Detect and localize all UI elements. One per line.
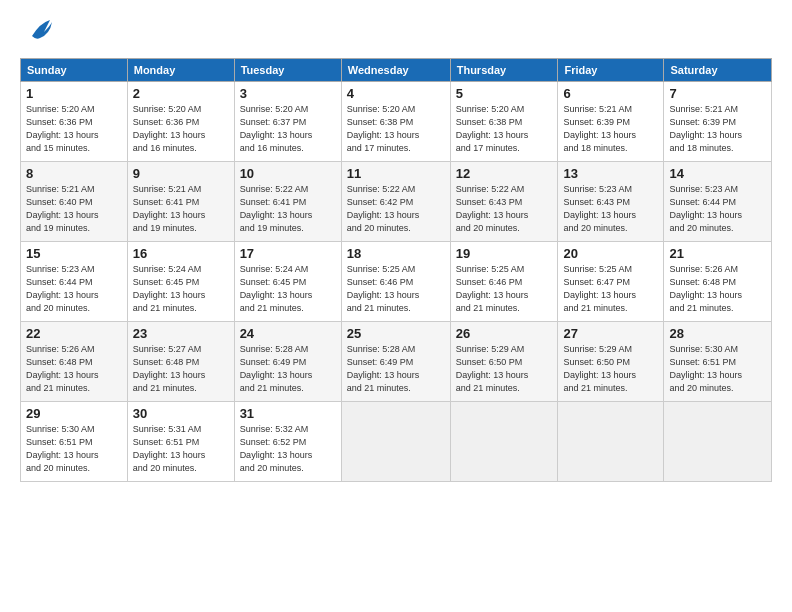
calendar-day: 7Sunrise: 5:21 AM Sunset: 6:39 PM Daylig… xyxy=(664,82,772,162)
day-info: Sunrise: 5:21 AM Sunset: 6:40 PM Dayligh… xyxy=(26,183,122,235)
logo-bird-icon xyxy=(22,18,52,44)
day-number: 6 xyxy=(563,86,658,101)
calendar-day: 13Sunrise: 5:23 AM Sunset: 6:43 PM Dayli… xyxy=(558,162,664,242)
calendar-day: 11Sunrise: 5:22 AM Sunset: 6:42 PM Dayli… xyxy=(341,162,450,242)
calendar-day xyxy=(450,402,558,482)
calendar-week-1: 1Sunrise: 5:20 AM Sunset: 6:36 PM Daylig… xyxy=(21,82,772,162)
day-info: Sunrise: 5:23 AM Sunset: 6:44 PM Dayligh… xyxy=(669,183,766,235)
day-info: Sunrise: 5:23 AM Sunset: 6:43 PM Dayligh… xyxy=(563,183,658,235)
day-info: Sunrise: 5:30 AM Sunset: 6:51 PM Dayligh… xyxy=(26,423,122,475)
calendar-table: SundayMondayTuesdayWednesdayThursdayFrid… xyxy=(20,58,772,482)
day-number: 2 xyxy=(133,86,229,101)
calendar-day: 1Sunrise: 5:20 AM Sunset: 6:36 PM Daylig… xyxy=(21,82,128,162)
day-number: 4 xyxy=(347,86,445,101)
weekday-header-saturday: Saturday xyxy=(664,59,772,82)
calendar-day: 18Sunrise: 5:25 AM Sunset: 6:46 PM Dayli… xyxy=(341,242,450,322)
calendar-day: 31Sunrise: 5:32 AM Sunset: 6:52 PM Dayli… xyxy=(234,402,341,482)
calendar-day: 4Sunrise: 5:20 AM Sunset: 6:38 PM Daylig… xyxy=(341,82,450,162)
day-info: Sunrise: 5:20 AM Sunset: 6:38 PM Dayligh… xyxy=(347,103,445,155)
weekday-header-wednesday: Wednesday xyxy=(341,59,450,82)
calendar-day: 28Sunrise: 5:30 AM Sunset: 6:51 PM Dayli… xyxy=(664,322,772,402)
calendar-day xyxy=(341,402,450,482)
logo xyxy=(20,18,52,44)
calendar-day: 6Sunrise: 5:21 AM Sunset: 6:39 PM Daylig… xyxy=(558,82,664,162)
day-info: Sunrise: 5:23 AM Sunset: 6:44 PM Dayligh… xyxy=(26,263,122,315)
calendar-day: 26Sunrise: 5:29 AM Sunset: 6:50 PM Dayli… xyxy=(450,322,558,402)
day-number: 19 xyxy=(456,246,553,261)
day-info: Sunrise: 5:28 AM Sunset: 6:49 PM Dayligh… xyxy=(240,343,336,395)
day-number: 14 xyxy=(669,166,766,181)
day-number: 10 xyxy=(240,166,336,181)
day-info: Sunrise: 5:20 AM Sunset: 6:36 PM Dayligh… xyxy=(26,103,122,155)
calendar-day xyxy=(558,402,664,482)
calendar-day: 14Sunrise: 5:23 AM Sunset: 6:44 PM Dayli… xyxy=(664,162,772,242)
day-number: 24 xyxy=(240,326,336,341)
day-number: 1 xyxy=(26,86,122,101)
day-info: Sunrise: 5:20 AM Sunset: 6:37 PM Dayligh… xyxy=(240,103,336,155)
day-number: 25 xyxy=(347,326,445,341)
day-info: Sunrise: 5:22 AM Sunset: 6:43 PM Dayligh… xyxy=(456,183,553,235)
day-number: 22 xyxy=(26,326,122,341)
calendar-day: 23Sunrise: 5:27 AM Sunset: 6:48 PM Dayli… xyxy=(127,322,234,402)
page: SundayMondayTuesdayWednesdayThursdayFrid… xyxy=(0,0,792,492)
day-number: 30 xyxy=(133,406,229,421)
calendar-day: 17Sunrise: 5:24 AM Sunset: 6:45 PM Dayli… xyxy=(234,242,341,322)
day-info: Sunrise: 5:21 AM Sunset: 6:39 PM Dayligh… xyxy=(563,103,658,155)
day-info: Sunrise: 5:20 AM Sunset: 6:38 PM Dayligh… xyxy=(456,103,553,155)
day-info: Sunrise: 5:26 AM Sunset: 6:48 PM Dayligh… xyxy=(669,263,766,315)
day-info: Sunrise: 5:32 AM Sunset: 6:52 PM Dayligh… xyxy=(240,423,336,475)
day-number: 28 xyxy=(669,326,766,341)
calendar-day: 24Sunrise: 5:28 AM Sunset: 6:49 PM Dayli… xyxy=(234,322,341,402)
day-number: 16 xyxy=(133,246,229,261)
day-number: 11 xyxy=(347,166,445,181)
calendar-day: 5Sunrise: 5:20 AM Sunset: 6:38 PM Daylig… xyxy=(450,82,558,162)
day-number: 21 xyxy=(669,246,766,261)
day-info: Sunrise: 5:24 AM Sunset: 6:45 PM Dayligh… xyxy=(240,263,336,315)
day-number: 17 xyxy=(240,246,336,261)
day-number: 18 xyxy=(347,246,445,261)
calendar-day: 15Sunrise: 5:23 AM Sunset: 6:44 PM Dayli… xyxy=(21,242,128,322)
day-info: Sunrise: 5:30 AM Sunset: 6:51 PM Dayligh… xyxy=(669,343,766,395)
day-number: 20 xyxy=(563,246,658,261)
day-info: Sunrise: 5:22 AM Sunset: 6:41 PM Dayligh… xyxy=(240,183,336,235)
calendar-week-2: 8Sunrise: 5:21 AM Sunset: 6:40 PM Daylig… xyxy=(21,162,772,242)
day-info: Sunrise: 5:20 AM Sunset: 6:36 PM Dayligh… xyxy=(133,103,229,155)
day-info: Sunrise: 5:27 AM Sunset: 6:48 PM Dayligh… xyxy=(133,343,229,395)
day-number: 31 xyxy=(240,406,336,421)
day-info: Sunrise: 5:21 AM Sunset: 6:39 PM Dayligh… xyxy=(669,103,766,155)
day-number: 12 xyxy=(456,166,553,181)
calendar-week-3: 15Sunrise: 5:23 AM Sunset: 6:44 PM Dayli… xyxy=(21,242,772,322)
day-info: Sunrise: 5:29 AM Sunset: 6:50 PM Dayligh… xyxy=(563,343,658,395)
calendar-day: 25Sunrise: 5:28 AM Sunset: 6:49 PM Dayli… xyxy=(341,322,450,402)
weekday-header-monday: Monday xyxy=(127,59,234,82)
day-number: 7 xyxy=(669,86,766,101)
calendar-day: 22Sunrise: 5:26 AM Sunset: 6:48 PM Dayli… xyxy=(21,322,128,402)
calendar-day: 3Sunrise: 5:20 AM Sunset: 6:37 PM Daylig… xyxy=(234,82,341,162)
calendar-day: 16Sunrise: 5:24 AM Sunset: 6:45 PM Dayli… xyxy=(127,242,234,322)
day-info: Sunrise: 5:24 AM Sunset: 6:45 PM Dayligh… xyxy=(133,263,229,315)
calendar-week-5: 29Sunrise: 5:30 AM Sunset: 6:51 PM Dayli… xyxy=(21,402,772,482)
day-info: Sunrise: 5:25 AM Sunset: 6:46 PM Dayligh… xyxy=(347,263,445,315)
calendar-day: 27Sunrise: 5:29 AM Sunset: 6:50 PM Dayli… xyxy=(558,322,664,402)
calendar-day: 12Sunrise: 5:22 AM Sunset: 6:43 PM Dayli… xyxy=(450,162,558,242)
weekday-header-tuesday: Tuesday xyxy=(234,59,341,82)
calendar-day: 2Sunrise: 5:20 AM Sunset: 6:36 PM Daylig… xyxy=(127,82,234,162)
calendar-day: 21Sunrise: 5:26 AM Sunset: 6:48 PM Dayli… xyxy=(664,242,772,322)
weekday-header-sunday: Sunday xyxy=(21,59,128,82)
day-info: Sunrise: 5:28 AM Sunset: 6:49 PM Dayligh… xyxy=(347,343,445,395)
day-number: 9 xyxy=(133,166,229,181)
weekday-header-row: SundayMondayTuesdayWednesdayThursdayFrid… xyxy=(21,59,772,82)
calendar-day: 29Sunrise: 5:30 AM Sunset: 6:51 PM Dayli… xyxy=(21,402,128,482)
day-number: 27 xyxy=(563,326,658,341)
calendar-day: 10Sunrise: 5:22 AM Sunset: 6:41 PM Dayli… xyxy=(234,162,341,242)
day-number: 8 xyxy=(26,166,122,181)
calendar-day: 9Sunrise: 5:21 AM Sunset: 6:41 PM Daylig… xyxy=(127,162,234,242)
weekday-header-thursday: Thursday xyxy=(450,59,558,82)
day-info: Sunrise: 5:25 AM Sunset: 6:47 PM Dayligh… xyxy=(563,263,658,315)
day-info: Sunrise: 5:29 AM Sunset: 6:50 PM Dayligh… xyxy=(456,343,553,395)
calendar-day: 20Sunrise: 5:25 AM Sunset: 6:47 PM Dayli… xyxy=(558,242,664,322)
day-info: Sunrise: 5:26 AM Sunset: 6:48 PM Dayligh… xyxy=(26,343,122,395)
day-number: 13 xyxy=(563,166,658,181)
day-number: 3 xyxy=(240,86,336,101)
weekday-header-friday: Friday xyxy=(558,59,664,82)
